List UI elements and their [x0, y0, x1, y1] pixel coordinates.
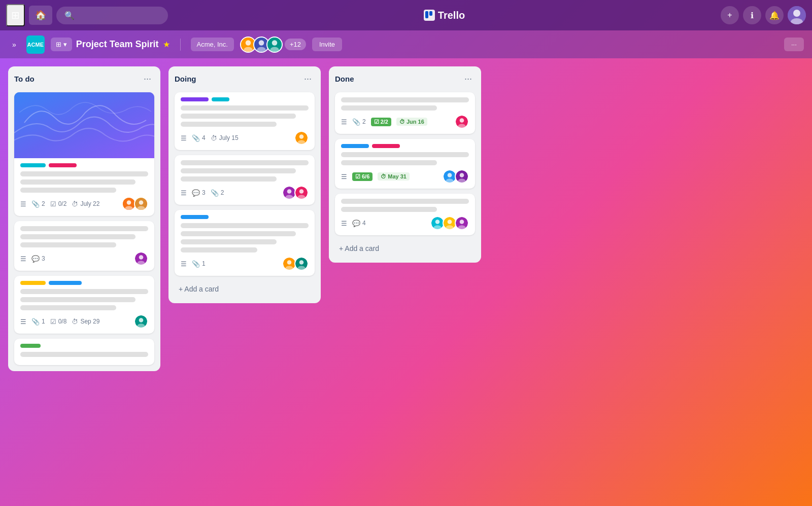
card-10[interactable]: ☰ 💬 4 — [335, 194, 475, 235]
board-more-button[interactable]: ··· — [784, 38, 804, 51]
add-button[interactable]: + — [721, 6, 739, 24]
card-8-avatar-1 — [455, 115, 469, 129]
card-6-avatar-2 — [294, 186, 309, 200]
svg-point-47 — [448, 173, 452, 177]
app-title: Trello — [172, 10, 717, 21]
label-purple — [181, 97, 209, 101]
card-9-checklist-badge: ☑6/6 — [352, 172, 373, 181]
column-done-menu-button[interactable]: ··· — [461, 73, 475, 85]
column-doing: Doing ··· ☰ 📎 4 ⏱ July 15 — [168, 66, 321, 303]
card-3[interactable]: ☰ 📎 1 ☑ 0/8 ⏱ Sep 29 — [14, 276, 154, 334]
label-pink — [49, 163, 77, 167]
card-7-attachments: 📎 1 — [192, 260, 206, 268]
svg-point-56 — [448, 220, 452, 224]
board-title: Project Team Spirit — [76, 39, 159, 50]
card-2-line-1 — [20, 226, 148, 231]
expand-sidebar-button[interactable]: » — [8, 37, 20, 53]
card-9-date-badge: ⏱May 31 — [378, 172, 410, 180]
svg-point-10 — [259, 40, 264, 46]
search-bar[interactable]: 🔍 — [56, 7, 168, 24]
card-8-checklist-badge: ☑2/2 — [371, 118, 391, 126]
card-9-line-1 — [341, 152, 469, 157]
card-8-line-1 — [341, 97, 469, 102]
card-9-avatar-2 — [455, 169, 469, 184]
column-todo-header: To do ··· — [14, 73, 154, 85]
card-6-description-icon: ☰ — [181, 189, 187, 197]
member-avatar-3 — [266, 37, 283, 53]
svg-point-35 — [299, 189, 304, 194]
member-count-button[interactable]: +12 — [285, 39, 306, 50]
card-3-line-3 — [20, 305, 116, 310]
add-card-done-button[interactable]: + Add a card — [335, 240, 475, 257]
card-9-avatars — [443, 169, 469, 184]
column-done-header: Done ··· — [335, 73, 475, 85]
separator — [180, 39, 181, 51]
user-avatar[interactable] — [788, 6, 806, 24]
card-6-attachments: 📎 2 — [211, 189, 224, 197]
card-8-line-2 — [341, 105, 437, 111]
card-1[interactable]: ☰ 📎 2 ☑ 0/2 ⏱ July 22 — [14, 92, 154, 216]
card-2-avatar-1 — [134, 251, 148, 266]
label-green — [20, 344, 41, 348]
label-yellow — [20, 281, 46, 285]
card-8-avatars — [455, 115, 469, 129]
star-button[interactable]: ★ — [163, 40, 170, 49]
card-5-description-icon: ☰ — [181, 134, 187, 142]
label-blue2 — [49, 281, 82, 285]
card-1-line-3 — [20, 188, 116, 193]
home-button[interactable]: 🏠 — [29, 6, 52, 25]
card-2[interactable]: ☰ 💬 3 — [14, 221, 154, 271]
svg-point-32 — [287, 189, 292, 194]
column-todo-menu-button[interactable]: ··· — [141, 73, 154, 85]
board-header: » ACME ⊞ ▾ Project Team Spirit ★ Acme, I… — [0, 30, 812, 58]
card-5-line-3 — [181, 122, 277, 127]
card-10-description-icon: ☰ — [341, 220, 347, 227]
card-2-comments: 💬 3 — [31, 255, 45, 263]
workspace-tag-button[interactable]: Acme, Inc. — [191, 38, 234, 51]
card-3-avatars — [134, 314, 148, 329]
card-5-date: ⏱ July 15 — [211, 134, 239, 142]
card-7-avatars — [282, 257, 309, 271]
card-1-avatars — [122, 197, 148, 211]
grid-icon[interactable]: ⊞ — [6, 4, 25, 26]
card-10-line-1 — [341, 199, 469, 204]
card-10-comments: 💬 4 — [352, 220, 366, 227]
card-6[interactable]: ☰ 💬 3 📎 2 — [175, 155, 315, 205]
card-5[interactable]: ☰ 📎 4 ⏱ July 15 — [175, 92, 315, 150]
search-icon: 🔍 — [64, 11, 75, 20]
card-1-line-2 — [20, 179, 136, 185]
card-8[interactable]: ☰ 📎 2 ☑2/2 ⏱Jun 16 — [335, 92, 475, 134]
notification-button[interactable]: 🔔 — [765, 6, 784, 24]
label-cyan — [20, 163, 46, 167]
card-1-line-1 — [20, 171, 148, 176]
svg-point-41 — [299, 260, 304, 265]
card-8-date-badge: ⏱Jun 16 — [396, 118, 427, 126]
info-button[interactable]: ℹ — [743, 6, 761, 24]
card-3-description-icon: ☰ — [20, 318, 26, 326]
card-3-attachments: 📎 1 — [31, 318, 45, 326]
card-3-checklist: ☑ 0/8 — [50, 318, 67, 326]
card-6-line-3 — [181, 176, 277, 182]
card-1-avatar-2 — [134, 197, 148, 211]
card-9[interactable]: ☰ ☑6/6 ⏱May 31 — [335, 139, 475, 189]
card-1-checklist: ☑ 0/2 — [50, 200, 67, 208]
card-6-line-2 — [181, 168, 296, 173]
invite-button[interactable]: Invite — [312, 38, 342, 51]
svg-rect-1 — [425, 11, 428, 18]
card-9-labels — [341, 144, 469, 148]
board-area: To do ··· — [0, 58, 812, 506]
add-card-doing-button[interactable]: + Add a card — [175, 281, 315, 297]
card-7[interactable]: ☰ 📎 1 — [175, 210, 315, 276]
card-8-description-icon: ☰ — [341, 118, 347, 126]
board-view-button[interactable]: ⊞ ▾ — [51, 38, 72, 51]
card-7-labels — [181, 215, 309, 219]
card-4[interactable] — [14, 339, 154, 365]
card-2-description-icon: ☰ — [20, 255, 26, 263]
card-7-meta: ☰ 📎 1 — [181, 257, 309, 271]
card-9-line-2 — [341, 160, 437, 165]
svg-point-44 — [460, 118, 464, 123]
column-doing-menu-button[interactable]: ··· — [301, 73, 315, 85]
card-5-labels — [181, 97, 309, 101]
card-4-line-1 — [20, 352, 148, 357]
card-2-meta: ☰ 💬 3 — [20, 251, 148, 266]
